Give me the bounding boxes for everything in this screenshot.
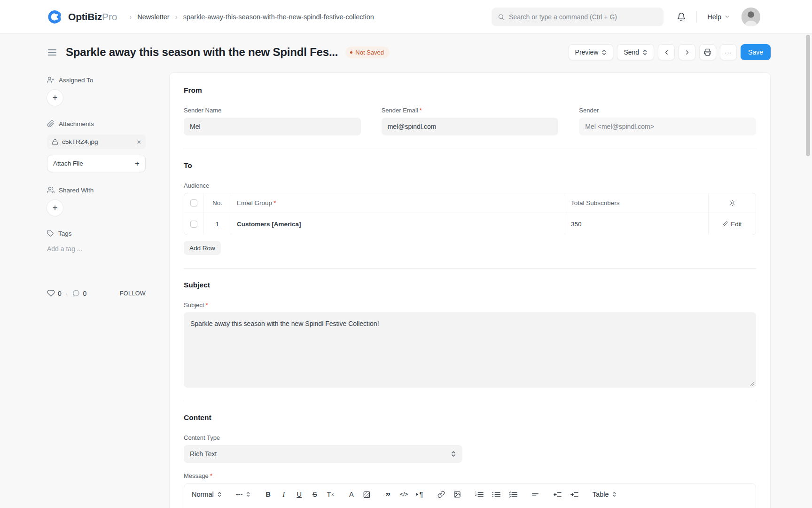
checklist-button[interactable]	[509, 490, 517, 499]
paragraph-direction-button[interactable]: ¶	[416, 490, 423, 499]
section-title-subject: Subject	[184, 281, 756, 289]
chevron-down-icon	[724, 14, 730, 20]
user-plus-icon	[47, 76, 55, 84]
updown-icon	[642, 49, 648, 56]
breadcrumb-separator: ›	[175, 13, 178, 21]
svg-text:2: 2	[475, 493, 476, 496]
content-type-select[interactable]: Rich Text	[184, 445, 462, 463]
sender-name-input[interactable]	[184, 118, 361, 135]
checklist-icon	[509, 491, 517, 498]
updown-icon	[601, 49, 607, 56]
message-label: Message*	[184, 472, 756, 479]
global-search[interactable]	[492, 8, 664, 26]
sender-name-field-wrapper: Sender Name	[184, 107, 361, 135]
divider-select[interactable]: ---	[236, 491, 251, 498]
bullet-list-button[interactable]	[492, 490, 500, 499]
paragraph-style-select[interactable]: Normal	[192, 491, 222, 498]
email-group-value[interactable]: Customers [America]	[237, 221, 301, 228]
avatar[interactable]	[742, 8, 760, 26]
indent-button[interactable]	[570, 490, 578, 499]
save-button[interactable]: Save	[741, 44, 771, 60]
row-checkbox[interactable]	[190, 221, 197, 228]
code-button[interactable]: </>	[400, 490, 408, 499]
page-header: Sparkle away this season with the new Sp…	[0, 44, 812, 60]
required-marker: *	[273, 199, 276, 206]
insert-image-button[interactable]	[453, 490, 461, 499]
remove-attachment-button[interactable]: ×	[137, 138, 141, 145]
audience-table-header: No. Email Group* Total Subscribers	[184, 193, 756, 213]
add-share-button[interactable]: +	[47, 200, 63, 216]
app-logo[interactable]: OptiBizPro	[47, 8, 117, 25]
total-subscribers-value: 350	[565, 213, 709, 235]
sender-readonly-value: Mel <mel@spindl.com>	[579, 118, 756, 135]
sender-field-wrapper: Sender Mel <mel@spindl.com>	[579, 107, 756, 135]
attach-file-button[interactable]: Attach File +	[47, 155, 146, 172]
previous-document-button[interactable]	[658, 44, 675, 60]
follow-button[interactable]: FOLLOW	[120, 290, 146, 297]
ordered-list-button[interactable]: 12	[475, 490, 484, 499]
menu-button[interactable]: ···	[720, 44, 737, 60]
required-marker: *	[420, 107, 422, 114]
ordered-list-icon: 12	[475, 491, 484, 498]
help-menu[interactable]: Help	[707, 13, 730, 21]
plus-icon: +	[135, 159, 140, 168]
clear-format-button[interactable]: Tx	[327, 490, 334, 499]
sidebar-toggle-button[interactable]	[47, 48, 57, 57]
table-menu-select[interactable]: Table	[593, 491, 617, 498]
users-icon	[47, 186, 55, 194]
navbar: OptiBizPro › Newsletter › sparkle-away-t…	[0, 0, 812, 34]
preview-button[interactable]: Preview	[569, 44, 614, 60]
add-row-button[interactable]: Add Row	[184, 241, 221, 255]
align-icon	[531, 492, 539, 498]
sender-email-input[interactable]	[382, 118, 559, 135]
bold-button[interactable]: B	[265, 490, 272, 499]
subject-label: Subject*	[184, 302, 756, 309]
triangle-icon	[416, 493, 418, 496]
search-input[interactable]	[509, 13, 657, 21]
align-button[interactable]	[531, 490, 539, 499]
content-type-label: Content Type	[184, 434, 756, 441]
send-button[interactable]: Send	[617, 44, 654, 60]
unlock-icon[interactable]	[52, 139, 58, 145]
underline-button[interactable]: U	[296, 490, 303, 499]
add-assignment-button[interactable]: +	[47, 90, 63, 106]
edit-row-button[interactable]: Edit	[722, 221, 742, 228]
section-title-from: From	[184, 86, 756, 95]
strikethrough-button[interactable]: S	[311, 490, 318, 499]
updown-icon	[217, 491, 222, 498]
notifications-button[interactable]	[677, 12, 686, 22]
chevron-left-icon	[663, 49, 670, 56]
subject-input[interactable]: Sparkle away this season with the new Sp…	[184, 312, 756, 388]
breadcrumb-separator: ›	[129, 13, 132, 21]
outdent-button[interactable]	[553, 490, 562, 499]
insert-link-button[interactable]	[437, 490, 445, 499]
blockquote-button[interactable]: ”	[384, 490, 391, 499]
message-editor[interactable]: Normal --- B I U S Tx A	[184, 483, 756, 508]
indent-icon	[570, 491, 578, 498]
print-button[interactable]	[699, 44, 716, 60]
table-settings-button[interactable]	[709, 193, 756, 213]
count-separator: ·	[66, 290, 68, 297]
attachment-file-link[interactable]: c5kTRZ4.jpg	[62, 138, 98, 145]
select-all-checkbox[interactable]	[190, 199, 197, 206]
add-tag-input[interactable]: Add a tag ...	[47, 245, 146, 253]
column-header-no: No.	[204, 193, 231, 213]
comment-icon[interactable]	[72, 289, 80, 297]
breadcrumb-newsletter[interactable]: Newsletter	[137, 13, 170, 21]
resize-handle-icon[interactable]	[750, 381, 755, 386]
section-title-content: Content	[184, 413, 756, 422]
next-document-button[interactable]	[679, 44, 695, 60]
italic-button[interactable]: I	[280, 490, 287, 499]
sender-label: Sender	[579, 107, 756, 114]
heart-icon[interactable]	[47, 289, 55, 297]
comments-count: 0	[83, 290, 86, 297]
font-color-button[interactable]: A	[348, 490, 355, 499]
tags-section: Tags	[47, 230, 146, 237]
ellipsis-icon: ···	[725, 49, 732, 56]
scrollbar-thumb[interactable]	[806, 35, 810, 156]
form-sidebar: Assigned To + Attachments c5kTRZ4.jpg × …	[47, 72, 146, 297]
hatch-box-icon	[363, 491, 370, 498]
background-color-button[interactable]	[363, 490, 370, 499]
avatar-image	[742, 8, 760, 26]
breadcrumb-document[interactable]: sparkle-away-this-season-with-the-new-sp…	[183, 13, 374, 21]
